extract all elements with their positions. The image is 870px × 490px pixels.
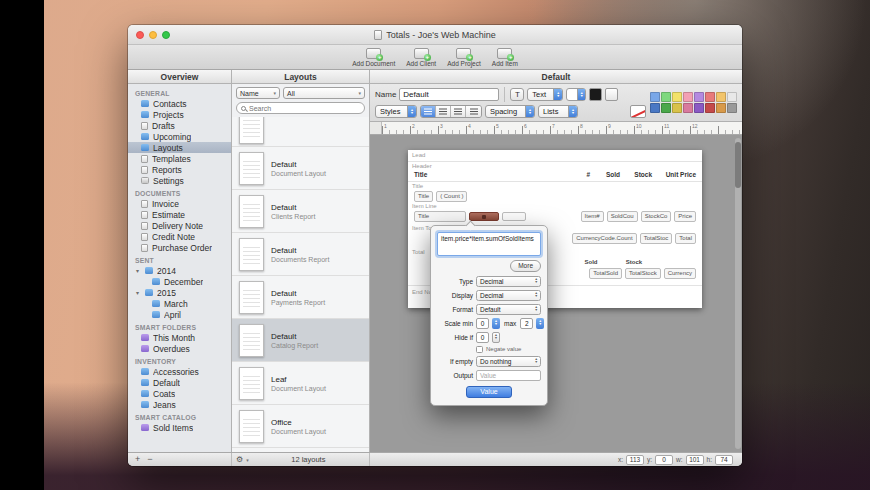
sidebar-item-credit-note[interactable]: Credit Note: [128, 231, 231, 242]
palette-swatch[interactable]: [705, 103, 715, 113]
y-field[interactable]: [655, 455, 673, 465]
text-popup[interactable]: Text▲▼: [527, 88, 563, 101]
sidebar-item-april[interactable]: April: [128, 309, 231, 320]
spacing-popup[interactable]: Spacing▲▼: [485, 105, 535, 118]
sidebar-item-contacts[interactable]: Contacts: [128, 98, 231, 109]
output-field[interactable]: Value: [476, 370, 541, 381]
palette-swatch[interactable]: [672, 92, 682, 102]
sidebar-item-march[interactable]: March: [128, 298, 231, 309]
layout-item-clients-report[interactable]: DefaultClients Report: [232, 190, 369, 233]
price-chip[interactable]: Price: [674, 211, 696, 222]
total-stock-chip[interactable]: TotalStoc: [640, 233, 673, 244]
palette-swatch[interactable]: [661, 92, 671, 102]
scale-min-stepper-icon[interactable]: ▲▼: [492, 318, 500, 329]
sidebar-item-reports[interactable]: Reports: [128, 164, 231, 175]
palette-swatch[interactable]: [716, 92, 726, 102]
sidebar-item-overdues[interactable]: Overdues: [128, 343, 231, 354]
palette-swatch[interactable]: [650, 92, 660, 102]
total-stock-chip[interactable]: TotalStock: [625, 268, 661, 279]
sidebar-item-accessories[interactable]: Accessories: [128, 366, 231, 377]
layout-canvas[interactable]: Lead Header Title # Sold Stock Unit Pric…: [370, 135, 742, 452]
close-button[interactable]: [136, 31, 144, 39]
scale-max-stepper-icon[interactable]: ▲▼: [536, 318, 544, 329]
sidebar-item-default[interactable]: Default: [128, 377, 231, 388]
item-total-field-selected[interactable]: [469, 212, 499, 221]
filter-name-popup[interactable]: Name: [236, 87, 280, 99]
hide-if-stepper-icon[interactable]: ▲▼: [492, 332, 500, 343]
layout-item-partial[interactable]: [232, 117, 369, 147]
x-field[interactable]: [626, 455, 644, 465]
sidebar-item-2015[interactable]: ▾2015: [128, 287, 231, 298]
palette-swatch[interactable]: [694, 92, 704, 102]
align-center-button[interactable]: [436, 106, 451, 117]
add-item-button[interactable]: Add Item: [492, 48, 518, 67]
total-sold-chip[interactable]: TotalSold: [589, 268, 622, 279]
no-color-swatch[interactable]: [630, 105, 646, 118]
palette-swatch[interactable]: [727, 103, 737, 113]
font-size-stepper[interactable]: ▲▼: [566, 88, 586, 101]
canvas-scrollbar[interactable]: [735, 138, 741, 449]
palette-swatch[interactable]: [683, 103, 693, 113]
hide-if-field[interactable]: 0: [476, 332, 489, 343]
layout-item-catalog-report-selected[interactable]: DefaultCatalog Report: [232, 319, 369, 362]
more-button[interactable]: More: [510, 260, 541, 272]
add-project-button[interactable]: Add Project: [447, 48, 481, 67]
styles-popup[interactable]: Styles▲▼: [375, 105, 417, 118]
sidebar-item-sold-items[interactable]: Sold Items: [128, 422, 231, 433]
type-dropdown[interactable]: Decimal▲▼: [476, 276, 541, 287]
sidebar-item-december[interactable]: December: [128, 276, 231, 287]
align-justify-button[interactable]: [466, 106, 481, 117]
scrollbar-thumb[interactable]: [735, 142, 741, 188]
currency-chip[interactable]: Currency: [664, 268, 696, 279]
add-source-button[interactable]: +: [135, 455, 140, 464]
sold-count-chip[interactable]: SoldCou: [607, 211, 638, 222]
align-right-button[interactable]: [451, 106, 466, 117]
format-dropdown[interactable]: Default▲▼: [476, 304, 541, 315]
sidebar-item-upcoming[interactable]: Upcoming: [128, 131, 231, 142]
negate-value-checkbox[interactable]: [476, 346, 483, 353]
palette-swatch[interactable]: [672, 103, 682, 113]
scale-min-field[interactable]: 0: [476, 318, 489, 329]
title-field-chip[interactable]: Title: [414, 191, 433, 202]
palette-swatch[interactable]: [661, 103, 671, 113]
search-input[interactable]: [249, 105, 360, 112]
sidebar-item-layouts[interactable]: Layouts: [128, 142, 231, 153]
if-empty-dropdown[interactable]: Do nothing▲▼: [476, 356, 541, 367]
item-number-chip[interactable]: Item#: [581, 211, 604, 222]
minimize-button[interactable]: [149, 31, 157, 39]
zoom-button[interactable]: [162, 31, 170, 39]
sidebar-item-coats[interactable]: Coats: [128, 388, 231, 399]
palette-swatch[interactable]: [727, 92, 737, 102]
formula-input[interactable]: item.price*item.sumOfSoldItems: [437, 232, 541, 256]
palette-swatch[interactable]: [705, 92, 715, 102]
palette-swatch[interactable]: [650, 103, 660, 113]
layout-item-documents-report[interactable]: DefaultDocuments Report: [232, 233, 369, 276]
add-document-button[interactable]: Add Document: [352, 48, 395, 67]
h-field[interactable]: [715, 455, 733, 465]
sidebar-item-settings[interactable]: Settings: [128, 175, 231, 186]
filter-all-popup[interactable]: All: [283, 87, 365, 99]
sidebar-item-drafts[interactable]: Drafts: [128, 120, 231, 131]
currency-code-count-chip[interactable]: CurrencyCode.Count: [572, 233, 636, 244]
text-color-well[interactable]: [589, 88, 602, 101]
search-field[interactable]: [236, 102, 365, 114]
remove-source-button[interactable]: −: [147, 455, 152, 464]
stock-count-chip[interactable]: StockCo: [641, 211, 672, 222]
sidebar-item-jeans[interactable]: Jeans: [128, 399, 231, 410]
display-dropdown[interactable]: Decimal▲▼: [476, 290, 541, 301]
scale-max-field[interactable]: 2: [520, 318, 533, 329]
palette-swatch[interactable]: [716, 103, 726, 113]
layout-item-leaf[interactable]: LeafDocument Layout: [232, 362, 369, 405]
disclosure-triangle-icon[interactable]: ▾: [134, 289, 141, 296]
count-field-chip[interactable]: ( Count ): [436, 191, 467, 202]
layout-item-document-layout[interactable]: DefaultDocument Layout: [232, 147, 369, 190]
palette-swatch[interactable]: [683, 92, 693, 102]
background-color-well[interactable]: [605, 88, 618, 101]
text-style-button[interactable]: T: [510, 88, 524, 101]
item-title-chip[interactable]: Title: [414, 211, 466, 222]
layout-item-office[interactable]: OfficeDocument Layout: [232, 405, 369, 448]
total-chip[interactable]: Total: [675, 233, 696, 244]
align-left-button[interactable]: [421, 106, 436, 117]
layout-item-payments-report[interactable]: DefaultPayments Report: [232, 276, 369, 319]
sidebar-item-delivery-note[interactable]: Delivery Note: [128, 220, 231, 231]
